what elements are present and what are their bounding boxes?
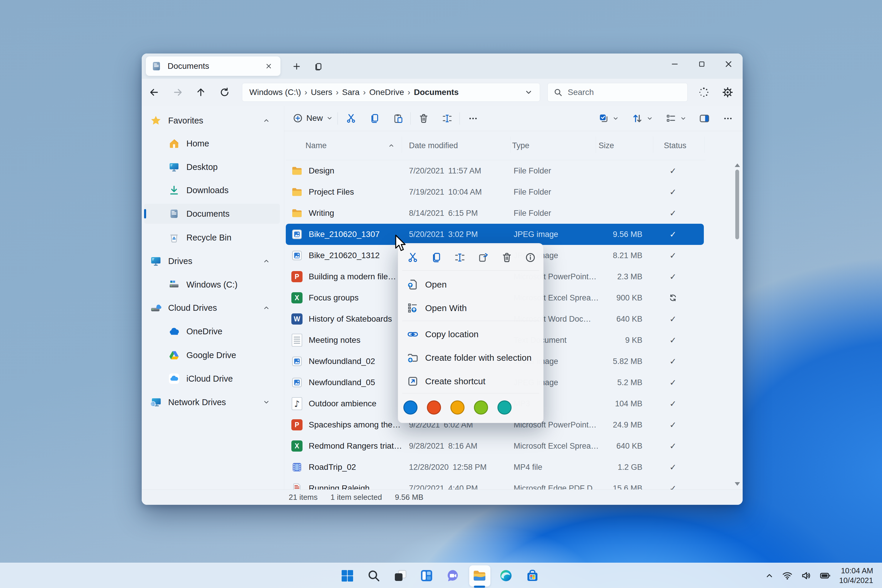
paste-icon[interactable] — [390, 111, 406, 126]
refresh-icon[interactable] — [218, 86, 232, 99]
tab-documents[interactable]: Documents — [146, 57, 280, 76]
table-row[interactable]: Project Files 7/19/2021 10:04 AM File Fo… — [286, 182, 704, 202]
sidebar-item-onedrive[interactable]: OneDrive — [144, 321, 280, 341]
table-row[interactable]: Design 7/20/2021 11:57 AM File Folder — [286, 160, 704, 182]
select-all-icon[interactable] — [596, 111, 612, 126]
chevron-up-icon[interactable] — [263, 117, 270, 124]
search-input[interactable] — [567, 87, 665, 98]
sidebar-item-google-drive[interactable]: Google Drive — [144, 345, 280, 365]
breadcrumb-item-current[interactable]: Documents — [414, 88, 459, 97]
search-button[interactable] — [365, 566, 382, 585]
tag-blue-icon[interactable] — [404, 400, 417, 414]
sort-icon[interactable] — [630, 111, 645, 126]
breadcrumb-item[interactable]: Sara — [342, 88, 366, 97]
breadcrumb-item[interactable]: OneDrive — [369, 88, 410, 97]
tag-teal-icon[interactable] — [498, 400, 512, 414]
view-chevron-icon[interactable] — [677, 111, 689, 126]
rename-icon[interactable] — [439, 111, 455, 126]
chevron-down-icon[interactable] — [263, 399, 270, 406]
column-divider[interactable] — [596, 136, 596, 153]
copy-icon[interactable] — [427, 248, 446, 267]
sidebar-item-icloud-drive[interactable]: iCloud Drive — [144, 369, 280, 388]
maximize-button[interactable] — [693, 58, 711, 70]
sort-chevron-icon[interactable] — [644, 111, 656, 126]
edge-button[interactable] — [498, 566, 514, 585]
scrollbar-up-arrow[interactable] — [735, 164, 740, 167]
column-header-name[interactable]: Name — [306, 141, 327, 150]
column-header-status[interactable]: Status — [664, 141, 687, 150]
column-divider[interactable] — [402, 136, 402, 153]
breadcrumb-item[interactable]: Users — [311, 88, 338, 97]
table-row-selected[interactable]: Bike_210620_1307 5/20/2021 3:02 PM JPEG … — [286, 224, 704, 245]
menu-item-open-with[interactable]: Open With — [398, 296, 543, 320]
store-button[interactable] — [524, 566, 541, 585]
table-row[interactable]: Running Raleigh 7/20/2021 4:40 PM Micros… — [286, 478, 704, 489]
search-box[interactable] — [548, 83, 688, 102]
column-header-date-modified[interactable]: Date modified — [409, 141, 458, 150]
new-tab-button[interactable] — [290, 60, 304, 73]
menu-item-copy-location[interactable]: Copy location — [398, 322, 543, 346]
table-row[interactable]: RoadTrip_02 12/28/2020 12:58 PM MP4 file… — [286, 457, 704, 478]
scrollbar-thumb[interactable] — [735, 170, 739, 239]
tag-yellow-icon[interactable] — [450, 400, 465, 414]
battery-icon[interactable] — [820, 570, 831, 581]
sidebar-section-network-drives[interactable]: Network Drives — [144, 392, 280, 412]
forward-icon[interactable] — [171, 86, 185, 99]
sort-ascending-caret-icon[interactable] — [388, 142, 394, 149]
file-explorer-button[interactable] — [471, 566, 488, 585]
tag-green-icon[interactable] — [474, 400, 488, 414]
minimize-button[interactable] — [666, 58, 684, 70]
hidden-icons-chevron-icon[interactable] — [765, 571, 774, 580]
settings-gear-icon[interactable] — [720, 86, 735, 99]
rename-icon[interactable] — [450, 248, 469, 267]
scrollbar-down-arrow[interactable] — [735, 482, 740, 486]
start-button[interactable] — [339, 566, 356, 585]
delete-icon[interactable] — [498, 248, 516, 267]
tab-actions-icon[interactable] — [311, 60, 326, 73]
sidebar-item-downloads[interactable]: Downloads — [144, 180, 280, 200]
breadcrumb[interactable]: Windows (C:\) Users Sara OneDrive Docume… — [242, 83, 540, 102]
back-icon[interactable] — [147, 86, 161, 99]
sidebar-section-favorites[interactable]: Favorites — [144, 111, 280, 130]
more-options-icon[interactable] — [465, 111, 481, 126]
view-icon[interactable] — [663, 111, 679, 126]
taskbar-clock[interactable]: 10:04 AM 10/4/2021 — [839, 566, 873, 585]
volume-icon[interactable] — [801, 570, 812, 581]
sidebar-item-desktop[interactable]: Desktop — [144, 157, 280, 177]
details-pane-icon[interactable] — [696, 111, 712, 126]
sidebar-item-home[interactable]: Home — [144, 134, 280, 153]
toolbar-overflow-icon[interactable] — [720, 111, 736, 126]
breadcrumb-item[interactable]: Windows (C:\) — [249, 88, 307, 97]
select-chevron-icon[interactable] — [610, 111, 621, 126]
menu-item-create-folder-with-selection[interactable]: Create folder with selection — [398, 346, 543, 369]
up-icon[interactable] — [194, 86, 208, 99]
sidebar-item-recycle-bin[interactable]: Recycle Bin — [144, 228, 280, 248]
chevron-up-icon[interactable] — [263, 258, 270, 265]
cut-icon[interactable] — [343, 111, 359, 126]
task-view-button[interactable] — [392, 566, 409, 585]
sidebar-item-windows-c[interactable]: Windows (C:) — [144, 274, 280, 295]
column-divider[interactable] — [653, 136, 653, 153]
sidebar-item-documents[interactable]: Documents — [144, 204, 280, 224]
info-icon[interactable] — [521, 248, 540, 267]
column-divider[interactable] — [510, 136, 511, 153]
sidebar-section-drives[interactable]: Drives — [144, 251, 280, 271]
table-row[interactable]: XRedmond Rangers triat… 9/28/2021 8:16 A… — [286, 435, 704, 457]
tab-close-icon[interactable] — [262, 60, 275, 73]
close-button[interactable] — [720, 58, 737, 70]
delete-icon[interactable] — [416, 111, 432, 126]
widgets-button[interactable] — [418, 566, 435, 585]
table-row[interactable]: Writing 8/14/2021 6:15 PM File Folder — [286, 202, 704, 224]
sync-status-icon[interactable] — [696, 86, 711, 99]
menu-item-open[interactable]: Open — [398, 273, 543, 296]
new-button[interactable]: New — [289, 110, 337, 127]
column-divider[interactable] — [704, 136, 705, 153]
copy-icon[interactable] — [367, 111, 382, 126]
chat-button[interactable] — [444, 566, 462, 585]
menu-item-create-shortcut[interactable]: Create shortcut — [398, 369, 543, 393]
column-header-size[interactable]: Size — [598, 141, 614, 150]
share-icon[interactable] — [474, 248, 493, 267]
sidebar-section-cloud-drives[interactable]: Cloud Drives — [144, 298, 280, 318]
wifi-icon[interactable] — [782, 570, 793, 581]
column-header-type[interactable]: Type — [512, 141, 530, 150]
